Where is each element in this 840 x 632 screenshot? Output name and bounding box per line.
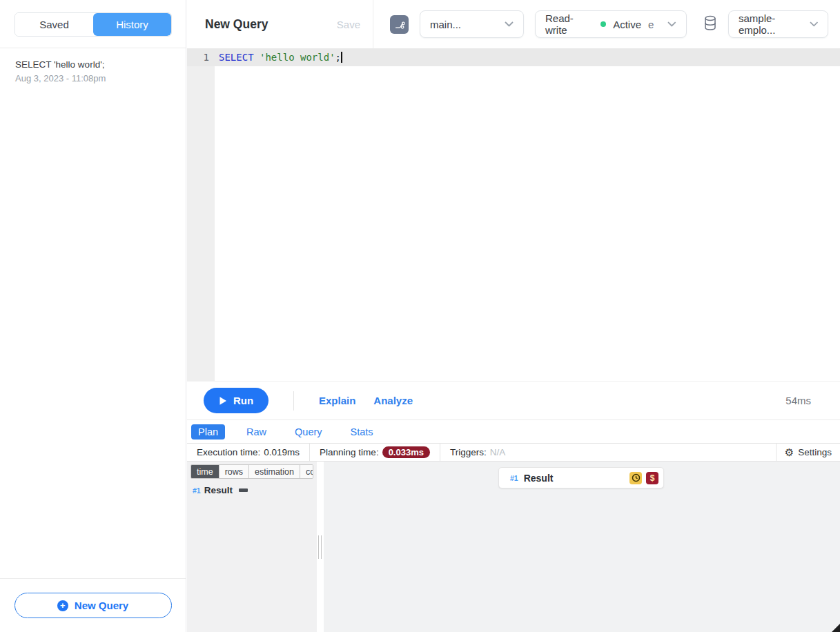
run-button-label: Run [233, 395, 253, 406]
query-header: New Query Save [187, 0, 373, 48]
database-icon [703, 15, 717, 34]
drag-handle-icon [318, 535, 322, 559]
history-query-text: SELECT 'hello world'; [15, 59, 170, 70]
new-query-button[interactable]: + New Query [14, 593, 172, 618]
tab-plan[interactable]: Plan [191, 424, 225, 440]
plan-diagram-canvas[interactable]: #1 Result $ [324, 462, 840, 632]
branch-icon[interactable] [390, 15, 409, 34]
metric-tab-time[interactable]: time [191, 465, 219, 478]
chevron-down-icon [667, 21, 676, 27]
save-button[interactable]: Save [337, 19, 360, 30]
settings-button[interactable]: ⚙ Settings [776, 444, 840, 461]
code-line[interactable]: SELECT 'hello world'; [219, 48, 342, 66]
planning-time-stat: Planning time: 0.033ms [309, 444, 440, 461]
run-button[interactable]: Run [204, 388, 268, 413]
triggers-label: Triggers: [450, 447, 487, 457]
line-number: 1 [187, 48, 209, 66]
analyze-button[interactable]: Analyze [373, 395, 413, 406]
sidebar-footer: + New Query [0, 578, 186, 632]
play-icon [219, 396, 227, 406]
settings-label: Settings [798, 447, 832, 457]
triggers-stat: Triggers: N/A [440, 444, 515, 461]
tab-query[interactable]: Query [288, 424, 329, 440]
main-pane: New Query Save main... [187, 0, 840, 632]
plan-metric-tabs: time rows estimation cost [191, 464, 313, 479]
query-duration: 54ms [785, 395, 811, 406]
main-header: New Query Save main... [187, 0, 840, 48]
database-dropdown-value: sample-emplo... [739, 12, 810, 36]
tab-history[interactable]: History [93, 13, 171, 36]
history-timestamp: Aug 3, 2023 - 11:08pm [15, 73, 170, 83]
plan-node-name: Result [524, 473, 554, 484]
tab-raw[interactable]: Raw [240, 424, 273, 440]
execution-time-value: 0.019ms [264, 447, 300, 457]
resize-grip-icon[interactable] [832, 624, 840, 632]
triggers-value: N/A [490, 447, 506, 457]
tab-saved[interactable]: Saved [15, 13, 93, 36]
branch-dropdown[interactable]: main... [420, 10, 524, 38]
plan-area: time rows estimation cost #1 Result [187, 462, 840, 632]
database-dropdown[interactable]: sample-emplo... [728, 10, 828, 38]
toolbar-divider [293, 391, 294, 411]
metric-tab-cost[interactable]: cost [300, 465, 313, 478]
metric-tab-estimation[interactable]: estimation [248, 465, 300, 478]
history-list-item[interactable]: SELECT 'hello world'; Aug 3, 2023 - 11:0… [0, 48, 186, 83]
plus-icon: + [57, 600, 68, 611]
panel-resize-handle[interactable] [317, 462, 324, 632]
execution-time-stat: Execution time: 0.019ms [187, 444, 309, 461]
query-tool-window: Saved History SELECT 'hello world'; Aug … [0, 0, 840, 632]
connection-mode-label: Read-write [545, 12, 594, 36]
chevron-down-icon [505, 21, 514, 27]
sidebar: Saved History SELECT 'hello world'; Aug … [0, 0, 186, 632]
connection-dropdown[interactable]: Read-write Active e [535, 10, 687, 38]
chevron-down-icon [810, 21, 818, 27]
sql-keyword: SELECT [219, 52, 254, 63]
money-cost-icon[interactable]: $ [646, 472, 658, 484]
tab-stats[interactable]: Stats [344, 424, 380, 440]
saved-history-toggle: Saved History [14, 12, 172, 37]
plan-tree-node[interactable]: #1 Result [191, 485, 317, 495]
results-tabs: Plan Raw Query Stats [187, 420, 840, 443]
execution-time-label: Execution time: [197, 447, 260, 457]
plan-time-bar [239, 488, 248, 492]
gear-icon: ⚙ [785, 447, 794, 457]
metric-tab-rows[interactable]: rows [219, 465, 248, 478]
sql-punctuation: ; [335, 52, 341, 63]
connection-status-label: Active [613, 19, 641, 30]
connection-suffix: e [648, 19, 654, 30]
branch-dropdown-value: main... [430, 19, 461, 30]
plan-tree-panel: time rows estimation cost #1 Result [187, 462, 317, 632]
sql-string: 'hello world' [254, 52, 335, 63]
text-cursor [341, 52, 342, 63]
status-dot-icon [600, 21, 606, 27]
explain-button[interactable]: Explain [319, 395, 355, 406]
planning-time-label: Planning time: [320, 447, 379, 457]
editor-gutter [187, 48, 215, 381]
new-query-button-label: New Query [75, 600, 128, 611]
page-title: New Query [205, 17, 268, 32]
sidebar-header: Saved History [0, 0, 186, 48]
results-panel: Plan Raw Query Stats Execution time: 0.0… [187, 419, 840, 632]
plan-node-id: #1 [193, 486, 201, 495]
planning-time-badge: 0.033ms [382, 446, 430, 458]
clock-icon [632, 473, 641, 482]
plan-diagram-node[interactable]: #1 Result $ [498, 467, 664, 488]
plan-node-name: Result [204, 485, 233, 495]
connection-bar: main... Read-write Active e [373, 0, 840, 48]
time-cost-icon[interactable] [629, 472, 642, 484]
plan-node-id: #1 [510, 474, 518, 482]
stats-bar: Execution time: 0.019ms Planning time: 0… [187, 443, 840, 462]
sql-editor[interactable]: 1 SELECT 'hello world'; [187, 48, 840, 381]
run-toolbar: Run Explain Analyze 54ms [187, 381, 840, 419]
